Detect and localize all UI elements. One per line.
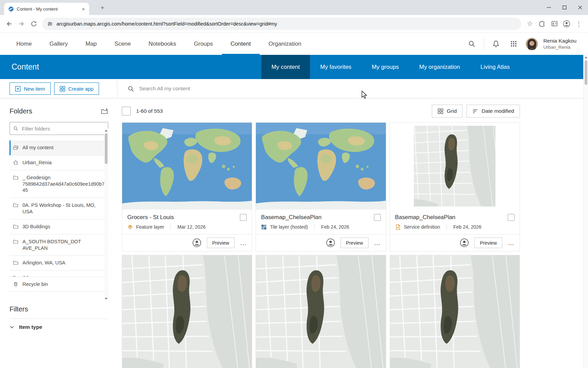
- folder-item-all-my-content[interactable]: All my content: [10, 140, 108, 155]
- scrollbar-thumb[interactable]: [105, 133, 108, 164]
- forward-button[interactable]: [16, 18, 27, 30]
- tab-my-content[interactable]: My content: [261, 55, 310, 79]
- folder-item-ps-workshop[interactable]: 0A. PS Workshop - St Louis, MO, USA: [10, 198, 108, 219]
- sidebar-scrollbar[interactable]: [104, 128, 108, 301]
- item-thumbnail[interactable]: [390, 255, 520, 368]
- grid-view-button[interactable]: Grid: [432, 105, 462, 118]
- item-card: Basemap_ChelseaPlan Tile layer (hosted) …: [256, 122, 386, 251]
- arcgis-favicon: [8, 6, 14, 12]
- site-settings-icon[interactable]: [47, 21, 53, 27]
- reload-button[interactable]: [28, 18, 39, 30]
- new-item-button[interactable]: New item: [10, 82, 51, 95]
- window-minimize-button[interactable]: [541, 0, 557, 15]
- user-name: Renia Kagkou: [543, 37, 576, 44]
- nav-item-organization[interactable]: Organization: [260, 33, 310, 55]
- content-toolbar: New item Create app: [0, 79, 583, 98]
- item-type: Feature layer: [136, 224, 164, 230]
- content-tabs: My content My favorites My groups My org…: [261, 55, 520, 79]
- item-thumbnail[interactable]: [256, 123, 386, 210]
- folder-icon: [13, 275, 18, 277]
- url-bar[interactable]: arcgisurban.maps.arcgis.com/home/content…: [42, 18, 521, 30]
- tab-living-atlas[interactable]: Living Atlas: [470, 55, 520, 79]
- bookmark-star-icon[interactable]: ☆: [524, 18, 536, 30]
- city-basemap-thumbnail: [122, 255, 252, 368]
- nav-item-map[interactable]: Map: [77, 33, 105, 55]
- window-close-button[interactable]: [572, 0, 588, 15]
- filter-folders-input[interactable]: [21, 125, 104, 132]
- select-all-checkbox[interactable]: [122, 107, 131, 116]
- trash-icon: [13, 281, 18, 287]
- new-folder-icon[interactable]: [101, 108, 108, 114]
- item-card: [256, 255, 386, 368]
- nav-item-content[interactable]: Content: [222, 33, 260, 55]
- owner-icon[interactable]: [460, 238, 469, 247]
- folder-item-south-boston[interactable]: A_SOUTH BOSTON_DOT AVE_PLAN: [10, 234, 108, 256]
- item-thumbnail[interactable]: [390, 123, 520, 210]
- search-icon: [128, 86, 134, 92]
- preview-button[interactable]: Preview: [207, 237, 235, 248]
- nav-item-scene[interactable]: Scene: [105, 33, 140, 55]
- back-button[interactable]: [3, 18, 15, 30]
- tab-close-icon[interactable]: ×: [80, 6, 86, 12]
- more-options-icon[interactable]: …: [374, 241, 381, 245]
- browser-tab[interactable]: Content - My content ×: [4, 3, 89, 15]
- more-options-icon[interactable]: …: [240, 241, 247, 245]
- scroll-down-arrow[interactable]: [104, 296, 108, 301]
- browser-avatar-icon[interactable]: [561, 18, 572, 30]
- item-title[interactable]: Basemap_ChelseaPlan: [395, 214, 456, 221]
- scroll-up-arrow[interactable]: [104, 128, 108, 133]
- filter-folders-box[interactable]: [10, 122, 108, 135]
- item-checkbox[interactable]: [374, 214, 381, 221]
- create-app-button[interactable]: Create app: [54, 82, 99, 95]
- sort-button[interactable]: Date modified: [467, 105, 520, 118]
- item-thumbnail[interactable]: [122, 255, 252, 368]
- item-type: Tile layer (hosted): [270, 224, 308, 230]
- notifications-bell-icon[interactable]: [488, 36, 504, 52]
- more-options-icon[interactable]: …: [508, 241, 514, 245]
- user-avatar[interactable]: [526, 38, 538, 50]
- preview-button[interactable]: Preview: [474, 237, 502, 248]
- tab-my-favorites[interactable]: My favorites: [310, 55, 362, 79]
- tab-my-organization[interactable]: My organization: [409, 55, 470, 79]
- browser-menu-icon[interactable]: ⋮: [573, 18, 585, 30]
- item-type: Service definition: [404, 224, 440, 230]
- item-checkbox[interactable]: [508, 214, 514, 221]
- tab-my-groups[interactable]: My groups: [362, 55, 409, 79]
- folder-item-recycle-bin[interactable]: Recycle bin: [10, 277, 108, 292]
- tile-layer-icon: [261, 224, 267, 230]
- folder-item-arlington[interactable]: Arlington, WA, USA: [10, 256, 108, 271]
- city-basemap-thumbnail: [414, 126, 495, 206]
- nav-item-notebooks[interactable]: Notebooks: [140, 33, 185, 55]
- item-thumbnail[interactable]: [122, 123, 252, 210]
- search-icon[interactable]: [464, 36, 480, 52]
- new-tab-button[interactable]: +: [98, 3, 107, 12]
- owner-icon[interactable]: [326, 238, 335, 247]
- scrollbar-thumb[interactable]: [585, 60, 587, 85]
- search-input[interactable]: [138, 85, 459, 92]
- page-scrollbar[interactable]: [583, 55, 588, 368]
- item-checkbox[interactable]: [240, 214, 247, 221]
- window-maximize-button[interactable]: [557, 0, 572, 15]
- filter-section-item-type[interactable]: Item type: [10, 319, 108, 330]
- main-content: 1-60 of 553 Grid Date modified Gro: [117, 98, 583, 368]
- folder-item-geodesign[interactable]: _ Geodesign 7589642d37ae4d47a0c609ee1d90…: [10, 170, 108, 198]
- preview-button[interactable]: Preview: [341, 237, 369, 248]
- extensions-icon[interactable]: [536, 18, 548, 30]
- item-thumbnail[interactable]: [256, 255, 386, 368]
- user-info[interactable]: Renia Kagkou Urban_Renia: [543, 37, 576, 50]
- folder-item-root[interactable]: Urban_Renia: [10, 155, 108, 170]
- folder-item-3d-buildings[interactable]: 3D Buildings: [10, 219, 108, 234]
- item-title[interactable]: Grocers - St Louis: [127, 214, 174, 221]
- app-launcher-icon[interactable]: [506, 36, 522, 52]
- nav-item-groups[interactable]: Groups: [185, 33, 222, 55]
- scroll-up-arrow[interactable]: [584, 55, 588, 60]
- arcgis-top-nav: Home Gallery Map Scene Notebooks Groups …: [0, 33, 588, 55]
- profile-switcher-icon[interactable]: [549, 18, 560, 30]
- nav-item-home[interactable]: Home: [7, 33, 40, 55]
- folder-item-athens[interactable]: Athens: [10, 271, 108, 277]
- folder-icon: [13, 224, 18, 229]
- item-title[interactable]: Basemap_ChelseaPlan: [261, 214, 322, 221]
- owner-icon[interactable]: [192, 238, 201, 247]
- nav-item-gallery[interactable]: Gallery: [40, 33, 77, 55]
- search-icon: [13, 126, 18, 131]
